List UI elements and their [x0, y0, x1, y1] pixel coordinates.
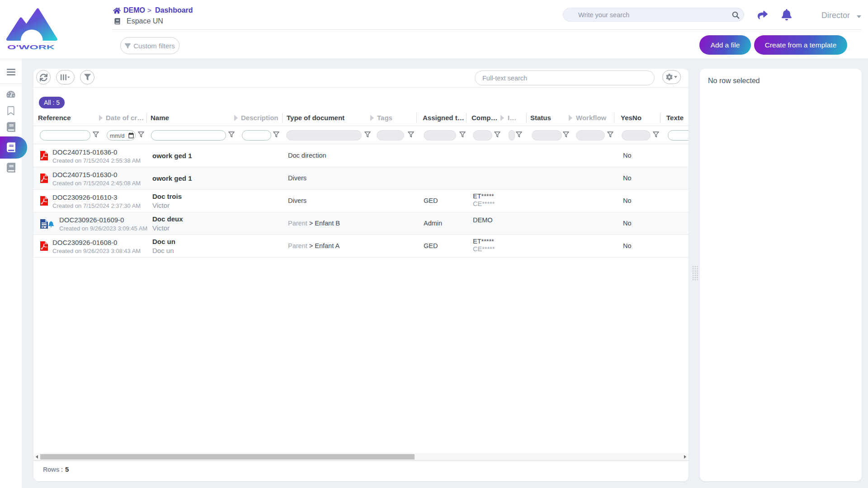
svg-text:O'WORK: O'WORK — [7, 44, 55, 51]
